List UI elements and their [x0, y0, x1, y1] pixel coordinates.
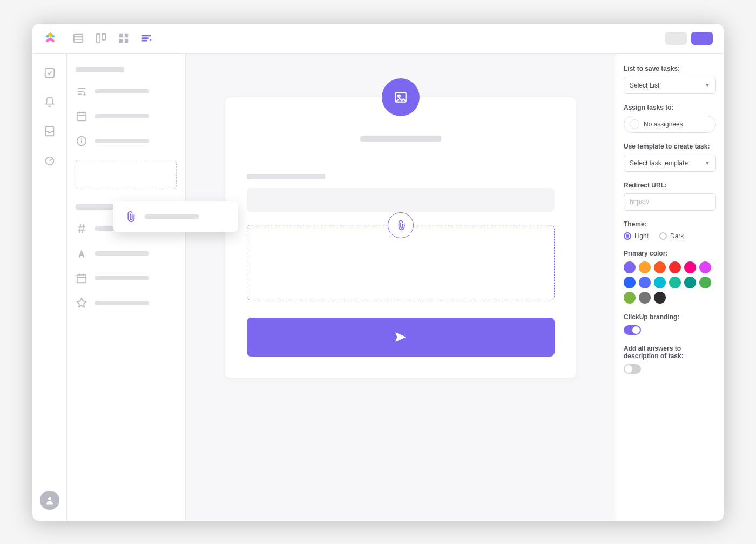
color-swatch[interactable]: [669, 277, 681, 288]
color-swatch[interactable]: [684, 261, 696, 273]
submit-button[interactable]: [247, 318, 555, 357]
form-image-button[interactable]: [382, 78, 420, 116]
svg-rect-3: [97, 34, 100, 43]
field-label-placeholder: [145, 214, 199, 219]
theme-label: Theme:: [624, 220, 716, 228]
sidebar-field-text[interactable]: [76, 247, 177, 259]
redirect-input[interactable]: [624, 193, 716, 211]
theme-dark-radio[interactable]: Dark: [659, 232, 684, 240]
color-swatch[interactable]: [624, 292, 636, 304]
form-card: [225, 97, 576, 378]
color-swatch[interactable]: [639, 277, 651, 288]
dashboard-icon[interactable]: [44, 155, 56, 166]
branding-label: ClickUp branding:: [624, 313, 716, 321]
form-title-placeholder[interactable]: [360, 136, 441, 142]
app-logo: [43, 31, 57, 45]
topbar-button-primary[interactable]: [691, 32, 713, 45]
task-check-icon[interactable]: [44, 67, 56, 79]
nav-rail: [32, 54, 67, 521]
answers-toggle[interactable]: [624, 364, 641, 374]
chevron-down-icon: ▼: [705, 82, 710, 88]
attachment-drop-zone[interactable]: [247, 225, 555, 300]
redirect-label: Redirect URL:: [624, 182, 716, 189]
color-swatch[interactable]: [624, 277, 636, 288]
attachment-icon: [124, 211, 136, 223]
sidebar-drop-zone[interactable]: [76, 160, 177, 189]
svg-rect-15: [77, 112, 86, 120]
topbar: [32, 24, 724, 54]
theme-light-radio[interactable]: Light: [624, 232, 649, 240]
board-view-icon[interactable]: [95, 32, 107, 44]
bell-icon[interactable]: [44, 96, 56, 108]
form-canvas: [186, 54, 616, 521]
sidebar-field-info[interactable]: [76, 135, 177, 147]
chevron-down-icon: ▼: [705, 160, 710, 166]
topbar-button-secondary[interactable]: [665, 32, 687, 45]
svg-rect-5: [119, 34, 123, 37]
user-avatar[interactable]: [40, 491, 59, 510]
primary-color-label: Primary color:: [624, 250, 716, 257]
svg-point-31: [398, 95, 400, 97]
add-assignee-icon: [630, 119, 639, 129]
sidebar-field-rating[interactable]: [76, 297, 177, 309]
inbox-icon[interactable]: [44, 125, 56, 137]
grid-view-icon[interactable]: [118, 32, 130, 44]
form-text-input[interactable]: [247, 188, 555, 212]
color-swatch[interactable]: [699, 277, 711, 288]
svg-rect-4: [102, 34, 105, 40]
field-sidebar: [67, 54, 186, 521]
color-swatch[interactable]: [624, 261, 636, 273]
sidebar-field-date[interactable]: [76, 110, 177, 122]
assign-label: Assign tasks to:: [624, 104, 716, 111]
color-swatch[interactable]: [654, 277, 666, 288]
svg-rect-7: [119, 39, 123, 43]
svg-rect-0: [74, 35, 83, 43]
attachment-badge-icon: [388, 212, 414, 238]
dragged-attachment-field[interactable]: [113, 201, 238, 232]
svg-point-10: [45, 157, 53, 165]
svg-rect-8: [125, 39, 128, 43]
svg-rect-6: [125, 34, 128, 37]
form-field-label-placeholder[interactable]: [247, 174, 325, 179]
color-swatch[interactable]: [654, 292, 666, 304]
color-swatch-grid: [624, 261, 716, 304]
form-view-icon[interactable]: [140, 32, 152, 44]
svg-point-11: [48, 497, 51, 500]
template-dropdown[interactable]: Select task template▼: [624, 155, 716, 172]
list-label: List to save tasks:: [624, 65, 716, 72]
svg-rect-26: [77, 274, 86, 283]
sidebar-field-date2[interactable]: [76, 272, 177, 284]
sidebar-section-header: [76, 67, 124, 72]
color-swatch[interactable]: [669, 261, 681, 273]
svg-point-21: [82, 138, 82, 139]
color-swatch[interactable]: [639, 261, 651, 273]
svg-rect-9: [45, 68, 54, 77]
list-dropdown[interactable]: Select List▼: [624, 77, 716, 94]
settings-panel: List to save tasks: Select List▼ Assign …: [616, 54, 724, 521]
sidebar-field-sort[interactable]: [76, 85, 177, 97]
answers-label: Add all answers to description of task:: [624, 345, 716, 360]
template-label: Use template to create task:: [624, 143, 716, 150]
branding-toggle[interactable]: [624, 325, 641, 335]
color-swatch[interactable]: [639, 292, 651, 304]
color-swatch[interactable]: [654, 261, 666, 273]
svg-line-24: [79, 224, 80, 233]
color-swatch[interactable]: [699, 261, 711, 273]
color-swatch[interactable]: [684, 277, 696, 288]
assignee-picker[interactable]: No assignees: [624, 116, 716, 133]
list-view-icon[interactable]: [72, 32, 84, 44]
svg-line-25: [83, 224, 84, 233]
